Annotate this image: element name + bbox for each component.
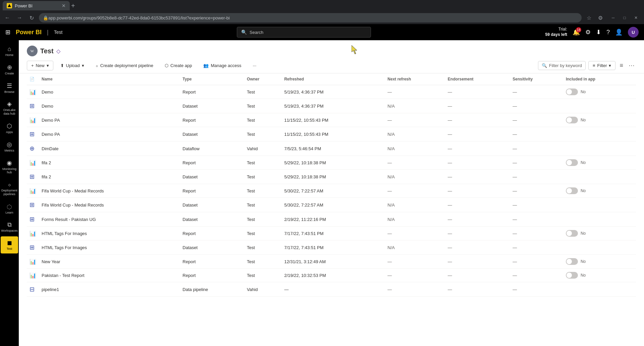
- table-row[interactable]: ⊞ Demo PA Dataset Test 11/15/22, 10:55:4…: [27, 127, 636, 141]
- settings-btn[interactable]: ⚙: [585, 28, 591, 36]
- item-name[interactable]: Forms Result - Pakistan UG: [42, 217, 96, 222]
- sidebar-item-workspaces[interactable]: ⧉ Workspaces: [1, 219, 18, 235]
- table-row[interactable]: ⊕ DimDate Dataflow Vahid 7/5/23, 5:46:54…: [27, 141, 636, 156]
- help-btn[interactable]: ?: [606, 29, 610, 36]
- item-type-icon: 📊: [30, 231, 36, 236]
- minimize-btn[interactable]: ─: [608, 13, 619, 22]
- toggle-switch[interactable]: [566, 230, 578, 237]
- row-included-cell: No: [563, 156, 636, 170]
- refresh-btn[interactable]: ↻: [27, 13, 36, 22]
- col-next-refresh[interactable]: Next refresh: [385, 73, 445, 85]
- row-icon-cell: 📊: [27, 269, 39, 282]
- bookmark-btn[interactable]: ☆: [584, 13, 594, 22]
- filter-btn[interactable]: ≡ Filter ▾: [588, 61, 615, 70]
- item-name[interactable]: Fifa World Cup - Medal Records: [42, 203, 104, 208]
- item-name[interactable]: Fifa World Cup - Medal Records: [42, 188, 104, 193]
- item-type-icon: 📊: [30, 188, 36, 194]
- col-name[interactable]: Name: [39, 73, 180, 85]
- account-btn[interactable]: 👤: [615, 28, 623, 36]
- browser-tab-active[interactable]: Power BI ✕: [3, 1, 70, 10]
- table-row[interactable]: ⊞ Forms Result - Pakistan UG Dataset Tes…: [27, 212, 636, 227]
- item-name[interactable]: Pakistan - Test Report: [42, 273, 85, 278]
- list-view-btn[interactable]: ≡: [618, 61, 625, 70]
- back-btn[interactable]: ←: [3, 13, 12, 22]
- col-owner[interactable]: Owner: [244, 73, 281, 85]
- new-tab-btn[interactable]: +: [71, 2, 75, 9]
- sidebar-item-test[interactable]: ◼ Test: [1, 236, 18, 253]
- table-row[interactable]: 📊 Fifa World Cup - Medal Records Report …: [27, 184, 636, 198]
- table-row[interactable]: 📊 fifa 2 Report Test 5/29/22, 10:18:38 P…: [27, 156, 636, 170]
- sidebar-item-home[interactable]: ⌂ Home: [1, 43, 18, 60]
- search-box[interactable]: 🔍 Search: [237, 27, 371, 38]
- new-btn[interactable]: + New ▾: [27, 61, 53, 70]
- table-row[interactable]: ⊞ Demo Dataset Test 5/19/23, 4:36:37 PM …: [27, 99, 636, 113]
- workspace-name-nav[interactable]: Test: [54, 30, 63, 35]
- item-name[interactable]: DimDate: [42, 146, 59, 151]
- item-name[interactable]: pipeline1: [42, 287, 59, 292]
- filter-keyword-box[interactable]: 🔍 Filter by keyword: [538, 61, 586, 70]
- deployment-btn[interactable]: ⬦ Create deployment pipeline: [91, 61, 158, 70]
- toggle-switch[interactable]: [566, 187, 578, 194]
- close-btn[interactable]: ✕: [631, 13, 641, 22]
- table-row[interactable]: 📊 Demo PA Report Test 11/15/22, 10:55:43…: [27, 113, 636, 127]
- item-name[interactable]: New Year: [42, 259, 60, 264]
- item-name[interactable]: HTML Tags For Images: [42, 231, 87, 236]
- table-row[interactable]: 📊 New Year Report Test 12/31/21, 3:12:49…: [27, 255, 636, 269]
- item-name[interactable]: fifa 2: [42, 174, 51, 179]
- notifications-btn[interactable]: 🔔 18: [573, 28, 580, 36]
- sidebar-item-metrics[interactable]: ◎ Metrics: [1, 138, 18, 155]
- toggle-switch[interactable]: [566, 258, 578, 265]
- sidebar-item-onelake[interactable]: ◈ OneLake data hub: [1, 98, 18, 118]
- sidebar-item-monitoring[interactable]: ◉ Monitoring hub: [1, 157, 18, 177]
- create-app-btn[interactable]: ⬡ Create app: [160, 61, 196, 70]
- sidebar-item-learn[interactable]: ◌ Learn: [1, 200, 18, 217]
- sidebar-item-create[interactable]: ⊕ Create: [1, 61, 18, 78]
- sidebar-item-browse[interactable]: ☰ Browse: [1, 79, 18, 97]
- toggle-switch[interactable]: [566, 117, 578, 123]
- share-view-btn[interactable]: ⋯: [627, 60, 636, 70]
- extensions-btn[interactable]: ⚙: [596, 13, 605, 22]
- waffle-menu-btn[interactable]: ⊞: [5, 28, 10, 36]
- sidebar-item-apps[interactable]: ⬡ Apps: [1, 120, 18, 137]
- table-row[interactable]: 📊 Pakistan - Test Report Report Test 2/1…: [27, 269, 636, 282]
- item-name[interactable]: Demo PA: [42, 118, 60, 123]
- manage-access-btn[interactable]: 👥 Manage access: [199, 61, 246, 70]
- item-name[interactable]: Demo PA: [42, 132, 60, 137]
- toggle-switch[interactable]: [566, 159, 578, 166]
- table-row[interactable]: 📊 Demo Report Test 5/19/23, 4:36:37 PM —…: [27, 85, 636, 99]
- toggle-switch[interactable]: [566, 272, 578, 279]
- table-row[interactable]: ⊞ Fifa World Cup - Medal Records Dataset…: [27, 198, 636, 212]
- download-btn[interactable]: ⬇: [596, 28, 601, 36]
- avatar[interactable]: U: [628, 27, 639, 38]
- col-included-in-app[interactable]: Included in app: [563, 73, 636, 85]
- new-plus-icon: +: [31, 63, 34, 68]
- table-row[interactable]: ⊟ pipeline1 Data pipeline Vahid — — — —: [27, 282, 636, 297]
- item-name[interactable]: fifa 2: [42, 160, 51, 165]
- more-btn[interactable]: ···: [248, 61, 261, 70]
- col-type[interactable]: Type: [180, 73, 244, 85]
- item-name[interactable]: Demo: [42, 90, 53, 95]
- sidebar-item-deployment[interactable]: ⬦ Deployment pipelines: [1, 178, 18, 199]
- item-name[interactable]: HTML Tags For Images: [42, 245, 87, 250]
- table-row[interactable]: 📊 HTML Tags For Images Report Test 7/17/…: [27, 227, 636, 240]
- item-refreshed: 5/30/22, 7:22:57 AM: [284, 203, 323, 208]
- tab-close-btn[interactable]: ✕: [62, 3, 66, 8]
- col-refreshed[interactable]: Refreshed: [281, 73, 385, 85]
- col-endorsement[interactable]: Endorsement: [445, 73, 510, 85]
- col-sensitivity[interactable]: Sensitivity: [510, 73, 563, 85]
- item-name[interactable]: Demo: [42, 104, 53, 109]
- item-type-icon: 📊: [30, 259, 36, 265]
- upload-btn[interactable]: ⬆ Upload ▾: [56, 61, 89, 70]
- item-endorsement: —: [448, 203, 452, 208]
- table-row[interactable]: ⊞ fifa 2 Dataset Test 5/29/22, 10:18:38 …: [27, 170, 636, 184]
- forward-btn[interactable]: →: [15, 13, 24, 22]
- item-owner: Test: [247, 259, 255, 264]
- item-endorsement: —: [448, 104, 452, 109]
- toggle-switch[interactable]: [566, 89, 578, 95]
- maximize-btn[interactable]: □: [619, 13, 630, 22]
- item-type: Report: [182, 90, 196, 95]
- item-next-refresh: —: [387, 90, 392, 95]
- table-row[interactable]: ⊞ HTML Tags For Images Dataset Test 7/17…: [27, 240, 636, 255]
- address-bar[interactable]: 🔒 app.powerbi.com/groups/9052b8e8-dc77-4…: [39, 13, 582, 22]
- row-refreshed-cell: 11/15/22, 10:55:43 PM: [281, 127, 385, 141]
